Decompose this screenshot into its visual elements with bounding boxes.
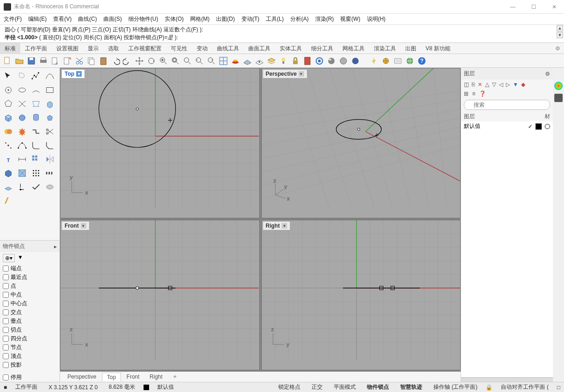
osnap-disable-checkbox[interactable] bbox=[3, 374, 9, 380]
set-cplane-icon[interactable] bbox=[242, 55, 253, 66]
web-icon[interactable] bbox=[404, 55, 415, 66]
zoom-selected-icon[interactable] bbox=[182, 55, 193, 66]
new-icon[interactable] bbox=[2, 55, 13, 66]
menu-help[interactable]: 说明(H) bbox=[367, 15, 386, 23]
menu-transform[interactable]: 变动(T) bbox=[241, 15, 259, 23]
loft-icon[interactable] bbox=[30, 97, 42, 110]
sphere-tool-icon[interactable] bbox=[16, 111, 29, 124]
status-layer[interactable]: 默认值 bbox=[155, 383, 177, 391]
menu-subd[interactable]: 细分物件(U) bbox=[128, 15, 158, 23]
curve-tool-icon[interactable] bbox=[43, 70, 56, 83]
menu-panels[interactable]: 视窗(W) bbox=[340, 15, 360, 23]
viewport-top-menu-icon[interactable]: ▾ bbox=[76, 71, 82, 77]
layer-color-swatch[interactable] bbox=[535, 123, 542, 130]
tab-subdtools[interactable]: 细分工具 bbox=[306, 43, 338, 54]
move-icon[interactable] bbox=[134, 55, 145, 66]
status-gridsnap[interactable]: 锁定格点 bbox=[276, 383, 303, 391]
tab-setview[interactable]: 设置视图 bbox=[52, 43, 83, 54]
tab-drafting[interactable]: 出图 bbox=[401, 43, 421, 54]
menu-render[interactable]: 渲染(R) bbox=[315, 15, 334, 23]
zoom-window-icon[interactable] bbox=[170, 55, 181, 66]
arc-tool-icon[interactable] bbox=[30, 84, 42, 96]
flatten-icon[interactable] bbox=[2, 181, 15, 193]
layer-up-icon[interactable]: △ bbox=[485, 81, 489, 88]
linear-array-icon[interactable] bbox=[43, 167, 56, 180]
status-layer-color[interactable] bbox=[144, 385, 149, 390]
cmd-scroll-down-icon[interactable]: ▼ bbox=[557, 32, 563, 38]
macro-icon[interactable] bbox=[368, 55, 379, 66]
select-tool-icon[interactable] bbox=[2, 70, 15, 83]
status-cplane[interactable]: 工作平面 bbox=[12, 383, 40, 391]
analyze-icon[interactable] bbox=[43, 181, 56, 193]
command-area[interactable]: 圆心 ( 可塑形的(D) 垂直(V) 两点(P) 三点(O) 正切(T) 环绕曲… bbox=[0, 25, 564, 43]
layers-gear-icon[interactable]: ⚙ bbox=[545, 71, 550, 77]
undo-view-icon[interactable] bbox=[194, 55, 205, 66]
tab-curvetools[interactable]: 曲线工具 bbox=[212, 43, 244, 54]
tab-v8new[interactable]: V8 新功能 bbox=[421, 43, 455, 54]
status-ortho[interactable]: 正交 bbox=[309, 383, 325, 391]
chamfer-icon[interactable] bbox=[43, 139, 56, 152]
grid-array-icon[interactable] bbox=[30, 167, 42, 180]
menu-curve[interactable]: 曲线(C) bbox=[78, 15, 97, 23]
osnap-options-icon[interactable]: ⊕▾ bbox=[3, 254, 15, 262]
project-icon[interactable] bbox=[16, 181, 29, 193]
box-tool-icon[interactable] bbox=[2, 111, 15, 124]
menu-analyze[interactable]: 分析(A) bbox=[290, 15, 309, 23]
layer-new-icon[interactable]: ◫ bbox=[464, 81, 469, 88]
tab-cplane[interactable]: 工作平面 bbox=[20, 43, 52, 54]
solid-box-icon[interactable] bbox=[2, 167, 15, 180]
maximize-button[interactable]: ☐ bbox=[528, 2, 540, 12]
vptab-perspective[interactable]: Perspective bbox=[63, 373, 101, 381]
layer-search-input[interactable] bbox=[464, 100, 550, 110]
four-view-icon[interactable] bbox=[218, 55, 229, 66]
menu-tools[interactable]: 工具(L) bbox=[266, 15, 284, 23]
menu-view[interactable]: 查看(V) bbox=[53, 15, 72, 23]
cone-tool-icon[interactable] bbox=[43, 111, 56, 124]
redo-icon[interactable] bbox=[122, 55, 133, 66]
tab-solidtools[interactable]: 实体工具 bbox=[275, 43, 306, 54]
cmd-scroll-up-icon[interactable]: ▲ bbox=[557, 25, 563, 31]
polyline-tool-icon[interactable] bbox=[30, 70, 42, 83]
viewport-right-menu-icon[interactable]: ▾ bbox=[282, 223, 287, 229]
points-on-icon[interactable] bbox=[16, 139, 29, 152]
sidetab-display-icon[interactable] bbox=[554, 94, 563, 102]
export-icon[interactable] bbox=[62, 55, 73, 66]
viewport-right[interactable]: Right▾ yz bbox=[261, 220, 461, 370]
document-properties-icon[interactable] bbox=[302, 55, 313, 66]
osnap-point-checkbox[interactable] bbox=[3, 283, 9, 289]
viewport-perspective[interactable]: Perspective▾ xyz bbox=[261, 68, 461, 218]
status-autocplane[interactable]: 自动对齐工作平面 ( bbox=[498, 383, 551, 391]
sidetab-properties-icon[interactable] bbox=[554, 82, 563, 90]
status-lock-icon[interactable]: 🔒 bbox=[486, 384, 492, 391]
rectangle-tool-icon[interactable] bbox=[43, 84, 56, 96]
zoom-extents-icon[interactable] bbox=[158, 55, 169, 66]
layer-list-icon[interactable]: ≡ bbox=[472, 90, 475, 97]
layer-help-icon[interactable]: ❓ bbox=[479, 90, 486, 97]
tab-standard[interactable]: 标准 bbox=[0, 43, 20, 54]
osnap-perp-checkbox[interactable] bbox=[3, 318, 9, 324]
shade-icon[interactable] bbox=[338, 55, 349, 66]
dimension-tool-icon[interactable] bbox=[16, 153, 29, 166]
trim-icon[interactable] bbox=[43, 125, 56, 138]
tab-transform[interactable]: 变动 bbox=[192, 43, 212, 54]
planar-srf-icon[interactable] bbox=[16, 167, 29, 180]
tab-select[interactable]: 选取 bbox=[103, 43, 124, 54]
ellipse-tool-icon[interactable] bbox=[16, 84, 29, 96]
viewport-top[interactable]: Top▾ xy bbox=[60, 68, 260, 218]
copy-icon[interactable] bbox=[86, 55, 97, 66]
layer-left-icon[interactable]: ◁ bbox=[499, 81, 503, 88]
layer-icon[interactable] bbox=[266, 55, 277, 66]
status-smarttrack[interactable]: 智慧轨迹 bbox=[397, 383, 425, 391]
mirror-tool-icon[interactable] bbox=[43, 153, 56, 166]
viewport-front[interactable]: Front▾ xz bbox=[60, 220, 260, 370]
layer-material-icon[interactable] bbox=[545, 124, 550, 129]
osnap-project-checkbox[interactable] bbox=[3, 362, 9, 368]
tab-rendertools[interactable]: 渲染工具 bbox=[369, 43, 401, 54]
fillet-icon[interactable] bbox=[30, 139, 42, 152]
osnap-tan-checkbox[interactable] bbox=[3, 327, 9, 333]
menu-mesh[interactable]: 网格(M) bbox=[190, 15, 210, 23]
menu-solid[interactable]: 实体(O) bbox=[165, 15, 184, 23]
rotate-icon[interactable] bbox=[146, 55, 157, 66]
paste-icon[interactable] bbox=[98, 55, 109, 66]
command-prompt-line[interactable]: 半径 <1.000> ( 直径(D) 定位(O) 周长(C) 面积(A) 投影物… bbox=[5, 34, 559, 42]
